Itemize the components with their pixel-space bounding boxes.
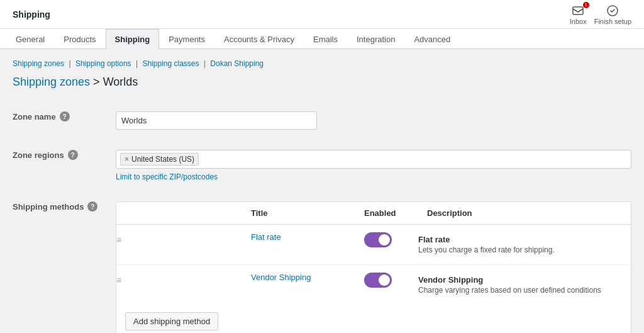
sub-nav-dokan-shipping[interactable]: Dokan Shipping: [210, 59, 264, 68]
tab-integration[interactable]: Integration: [347, 29, 404, 49]
method-desc-title: Flat rate: [418, 235, 631, 244]
tab-payments[interactable]: Payments: [159, 29, 214, 49]
header-actions: 1 Inbox Finish setup: [570, 4, 631, 25]
zone-regions-label-cell: Zone regions ?: [13, 150, 109, 160]
tab-emails[interactable]: Emails: [304, 29, 347, 49]
breadcrumb-zones-link[interactable]: Shipping zones: [13, 76, 90, 88]
method-desc-text: Charge varying rates based on user defin…: [418, 286, 631, 295]
breadcrumb: Shipping zones > Worlds: [13, 76, 631, 89]
methods-table: Title Enabled Description ≡ Flat rate: [116, 202, 631, 305]
col-header-enabled: Enabled: [355, 202, 418, 225]
tab-general[interactable]: General: [6, 29, 54, 49]
sub-nav-sep1: |: [69, 59, 70, 68]
content-area: Shipping zones | Shipping options | Ship…: [0, 49, 644, 333]
method-title-link[interactable]: Vendor Shipping: [251, 273, 311, 282]
toggle-slider: [364, 232, 392, 247]
method-title-link[interactable]: Flat rate: [251, 232, 281, 242]
sub-nav: Shipping zones | Shipping options | Ship…: [13, 59, 631, 68]
sub-nav-shipping-zones[interactable]: Shipping zones: [13, 59, 64, 68]
table-row: ≡ Vendor Shipping Vendor Shipping Charge…: [116, 265, 631, 305]
method-toggle[interactable]: [364, 273, 392, 288]
shipping-methods-row: Shipping methods ? Title Enabled Descrip…: [13, 191, 631, 333]
form-table: Zone name ? Zone regions ? × Uni: [13, 101, 631, 333]
inbox-icon: 1: [571, 4, 585, 18]
zone-regions-info-icon[interactable]: ?: [68, 150, 78, 160]
zone-regions-label: Zone regions: [13, 150, 64, 160]
finish-setup-label: Finish setup: [594, 18, 631, 25]
toggle-slider: [364, 273, 392, 288]
inbox-badge: 1: [583, 2, 589, 8]
methods-container: Title Enabled Description ≡ Flat rate: [116, 201, 631, 333]
col-header-drag: [116, 202, 242, 225]
zone-regions-input[interactable]: × United States (US): [116, 150, 631, 169]
tab-shipping[interactable]: Shipping: [106, 29, 160, 49]
zone-regions-row: Zone regions ? × United States (US) Limi…: [13, 140, 631, 191]
sub-nav-sep2: |: [136, 59, 138, 68]
header: Shipping 1 Inbox Finish setup: [0, 0, 644, 29]
limit-postcodes-link[interactable]: Limit to specific ZIP/postcodes: [116, 172, 631, 181]
col-header-description: Description: [418, 202, 631, 225]
page-title: Shipping: [13, 9, 50, 20]
shipping-methods-label: Shipping methods: [13, 202, 84, 212]
drag-handle-icon[interactable]: ≡: [116, 235, 121, 245]
region-tag-label: United States (US): [131, 155, 194, 164]
method-toggle[interactable]: [364, 232, 392, 247]
zone-name-info-icon[interactable]: ?: [60, 111, 70, 121]
tab-accounts-privacy[interactable]: Accounts & Privacy: [214, 29, 304, 49]
method-desc-text: Lets you charge a fixed rate for shippin…: [418, 246, 631, 254]
zone-name-label: Zone name: [13, 112, 56, 121]
drag-handle-icon[interactable]: ≡: [116, 275, 121, 285]
region-tag[interactable]: × United States (US): [120, 153, 199, 166]
nav-tabs: General Products Shipping Payments Accou…: [0, 29, 644, 49]
inbox-button[interactable]: 1 Inbox: [570, 4, 587, 25]
zone-name-input[interactable]: [116, 111, 317, 130]
breadcrumb-separator: >: [93, 76, 100, 88]
methods-header-row: Title Enabled Description: [116, 202, 631, 225]
sub-nav-shipping-options[interactable]: Shipping options: [75, 59, 131, 68]
sub-nav-shipping-classes[interactable]: Shipping classes: [142, 59, 199, 68]
shipping-methods-label-cell: Shipping methods ?: [13, 201, 109, 212]
finish-setup-button[interactable]: Finish setup: [594, 4, 631, 25]
svg-rect-0: [573, 7, 583, 14]
shipping-methods-info-icon[interactable]: ?: [87, 201, 97, 212]
finish-setup-icon: [606, 4, 619, 18]
sub-nav-sep3: |: [204, 59, 206, 68]
zone-name-row: Zone name ?: [13, 101, 631, 140]
tag-remove-icon[interactable]: ×: [125, 155, 129, 164]
inbox-label: Inbox: [570, 18, 587, 25]
tab-products[interactable]: Products: [54, 29, 105, 49]
tab-advanced[interactable]: Advanced: [404, 29, 460, 49]
zone-name-label-cell: Zone name ?: [13, 111, 109, 121]
method-desc-title: Vendor Shipping: [418, 275, 631, 285]
table-row: ≡ Flat rate Flat rate Lets you charge a …: [116, 225, 631, 265]
breadcrumb-current: Worlds: [103, 76, 138, 88]
add-shipping-method-button[interactable]: Add shipping method: [125, 312, 218, 330]
col-header-title: Title: [242, 202, 355, 225]
